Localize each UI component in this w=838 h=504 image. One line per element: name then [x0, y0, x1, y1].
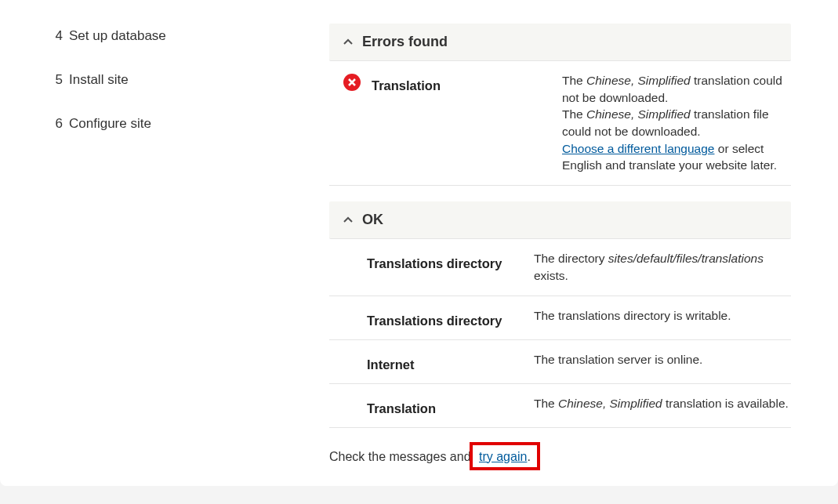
ok-item-description: The Chinese, Simplified translation is a…: [534, 395, 791, 412]
footer-message: Check the messages and try again.: [329, 428, 791, 470]
error-item-description: The Chinese, Simplified translation coul…: [562, 72, 791, 174]
install-steps-sidebar: 4 Set up database 5 Install site 6 Confi…: [0, 0, 329, 470]
ok-item-translations-dir-writable: Translations directory The translations …: [329, 296, 791, 340]
ok-item-description: The translations directory is writable.: [534, 307, 791, 325]
ok-item-internet: Internet The translation server is onlin…: [329, 340, 791, 384]
ok-item-translations-dir-exists: Translations directory The directory sit…: [329, 239, 791, 296]
errors-section-header[interactable]: Errors found: [329, 24, 791, 61]
choose-language-link[interactable]: Choose a different language: [562, 142, 714, 155]
step-number: 6: [47, 116, 63, 132]
ok-section: OK Translations directory The directory …: [329, 201, 791, 427]
ok-item-description: The translation server is online.: [534, 351, 791, 368]
try-again-highlight: try again.: [470, 442, 540, 470]
error-item-label: Translation: [372, 72, 556, 93]
step-configure-site: 6 Configure site: [47, 102, 314, 146]
step-install-site: 5 Install site: [47, 58, 314, 102]
try-again-link[interactable]: try again: [479, 450, 527, 463]
ok-title: OK: [362, 212, 383, 228]
ok-section-header[interactable]: OK: [329, 201, 791, 239]
ok-item-label: Translation: [343, 395, 528, 416]
step-setup-database: 4 Set up database: [47, 14, 314, 58]
ok-item-label: Internet: [343, 351, 528, 372]
step-label: Configure site: [69, 116, 151, 132]
chevron-up-icon: [343, 38, 353, 47]
ok-item-label: Translations directory: [343, 307, 528, 328]
chevron-up-icon: [343, 216, 353, 225]
error-item-translation: Translation The Chinese, Simplified tran…: [329, 61, 791, 186]
step-number: 5: [47, 72, 63, 88]
ok-item-label: Translations directory: [343, 250, 528, 271]
error-icon: [343, 74, 361, 91]
ok-item-translation-available: Translation The Chinese, Simplified tran…: [329, 384, 791, 428]
main-content: Errors found Translation The Chinese, Si…: [329, 0, 838, 470]
errors-section: Errors found Translation The Chinese, Si…: [329, 24, 791, 186]
step-label: Install site: [69, 72, 129, 88]
ok-item-description: The directory sites/default/files/transl…: [534, 250, 791, 284]
errors-title: Errors found: [362, 34, 448, 50]
step-number: 4: [47, 28, 63, 44]
step-label: Set up database: [69, 28, 166, 44]
